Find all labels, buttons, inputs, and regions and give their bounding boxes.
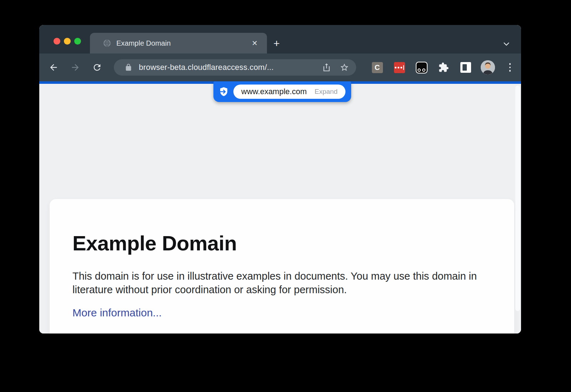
address-bar[interactable]: browser-beta.cloudflareaccess.com/... (114, 59, 356, 76)
extensions-menu-button[interactable] (433, 62, 455, 73)
page-title: Example Domain (72, 231, 491, 255)
bookmark-star-icon[interactable] (340, 63, 349, 72)
tab-example-domain[interactable]: Example Domain ✕ (90, 33, 267, 54)
reload-button[interactable] (92, 62, 102, 72)
page-viewport: Example Domain This domain is for use in… (39, 84, 521, 334)
macos-fullscreen-button[interactable] (74, 38, 81, 45)
isolated-domain-text: www.example.com (241, 87, 307, 96)
browser-menu-button[interactable] (499, 63, 521, 72)
extension-c-button[interactable]: C (366, 62, 388, 73)
kebab-menu-icon (509, 63, 511, 72)
isolation-domain-pill[interactable]: www.example.com Expand (233, 85, 345, 99)
isolation-pill[interactable]: www.example.com Expand (213, 81, 351, 102)
macos-close-button[interactable] (54, 38, 60, 45)
forward-button[interactable] (70, 62, 80, 72)
extension-c-icon: C (372, 62, 383, 73)
lastpass-dots-icon (394, 62, 405, 73)
page-paragraph: This domain is for use in illustrative e… (72, 269, 486, 296)
vertical-scrollbar-thumb[interactable] (515, 86, 520, 311)
lock-icon (125, 63, 132, 71)
profile-button[interactable] (477, 60, 499, 75)
puzzle-piece-icon (438, 62, 449, 73)
browser-toolbar: browser-beta.cloudflareaccess.com/... C (39, 54, 521, 81)
expand-button[interactable]: Expand (314, 88, 337, 96)
avatar (481, 60, 495, 75)
more-information-link[interactable]: More information... (72, 307, 162, 319)
tab-strip: Example Domain ✕ + (39, 25, 521, 54)
extension-lastpass-button[interactable] (388, 62, 410, 73)
tab-title: Example Domain (116, 39, 249, 47)
extension-goggles-button[interactable] (410, 62, 433, 73)
back-button[interactable] (49, 62, 59, 72)
url-text[interactable]: browser-beta.cloudflareaccess.com/... (139, 63, 322, 72)
share-icon[interactable] (322, 63, 331, 72)
new-tab-button[interactable]: + (271, 38, 283, 50)
browser-window: Example Domain ✕ + browser-beta.cloudfla… (39, 25, 521, 334)
macos-minimize-button[interactable] (64, 38, 71, 45)
tab-close-icon[interactable]: ✕ (249, 38, 260, 48)
globe-favicon-icon (103, 39, 111, 47)
shield-arrow-icon (218, 86, 229, 97)
side-panel-button[interactable] (455, 62, 477, 73)
goggles-icon (416, 62, 428, 73)
content-card: Example Domain This domain is for use in… (50, 199, 514, 334)
side-panel-icon (460, 62, 471, 73)
extensions-row: C (366, 60, 521, 75)
chevron-down-icon[interactable] (502, 39, 511, 49)
